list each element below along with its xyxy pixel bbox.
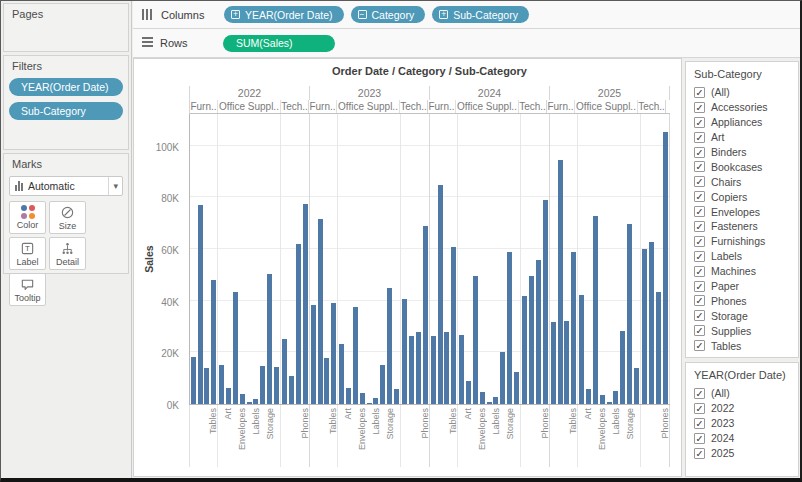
bar-paper-2024[interactable] [500,352,505,404]
bar-bookcases-2022[interactable] [191,357,196,404]
checkbox-checked-icon[interactable]: ✓ [694,87,705,98]
bar-appliances-2025[interactable] [579,295,584,404]
bar-furnishings-2022[interactable] [204,368,209,404]
bar-bookcases-2023[interactable] [311,305,316,404]
subcategory-filter-item-binders[interactable]: ✓Binders [686,145,798,160]
bar-copiers-2022[interactable] [289,376,294,404]
category-header-technology[interactable]: Tech.. [638,100,666,113]
bar-supplies-2022[interactable] [274,367,279,404]
bar-copiers-2023[interactable] [409,336,414,404]
category-header-furniture[interactable]: Furn.. [309,100,337,113]
bar-machines-2022[interactable] [296,244,301,404]
bar-paper-2023[interactable] [380,365,385,405]
bar-chairs-2023[interactable] [318,219,323,404]
year-filter-item-all[interactable]: ✓(All) [686,386,798,401]
expand-icon[interactable]: + [439,10,448,19]
bar-binders-2024[interactable] [473,276,478,404]
rows-shelf[interactable]: Rows SUM(Sales) [133,29,800,58]
year-header-2022[interactable]: 2022 [190,86,310,100]
label-button[interactable]: TLabel [9,237,46,270]
subcategory-filter-item-appliances[interactable]: ✓Appliances [686,115,798,130]
checkbox-checked-icon[interactable]: ✓ [694,266,705,277]
year-header-2024[interactable]: 2024 [430,86,550,100]
subcategory-filter-item-storage[interactable]: ✓Storage [686,308,798,323]
bar-supplies-2023[interactable] [394,389,399,404]
bar-appliances-2022[interactable] [219,365,224,405]
bar-envelopes-2024[interactable] [480,392,485,404]
category-header-office-supplies[interactable]: Office Suppl.. [218,100,281,113]
category-header-technology[interactable]: Tech.. [281,100,309,113]
bar-art-2022[interactable] [226,388,231,404]
subcategory-filter-item-all[interactable]: ✓(All) [686,85,798,100]
bar-appliances-2023[interactable] [339,344,344,404]
bar-bookcases-2025[interactable] [551,322,556,404]
checkbox-checked-icon[interactable]: ✓ [694,161,705,172]
subcategory-filter-item-envelopes[interactable]: ✓Envelopes [686,204,798,219]
category-header-technology[interactable]: Tech.. [519,100,547,113]
bar-storage-2024[interactable] [507,252,512,404]
bar-phones-2024[interactable] [543,200,548,404]
checkbox-checked-icon[interactable]: ✓ [694,206,705,217]
chevron-down-icon[interactable]: ▾ [108,177,122,195]
subcategory-filter-item-bookcases[interactable]: ✓Bookcases [686,159,798,174]
bar-binders-2025[interactable] [593,216,598,404]
color-button[interactable]: Color [9,201,46,234]
bar-furnishings-2024[interactable] [444,332,449,404]
checkbox-checked-icon[interactable]: ✓ [694,433,705,444]
subcategory-filter-item-chairs[interactable]: ✓Chairs [686,174,798,189]
checkbox-checked-icon[interactable]: ✓ [694,221,705,232]
bar-furnishings-2025[interactable] [564,321,569,404]
bar-machines-2023[interactable] [416,332,421,404]
bar-bookcases-2024[interactable] [431,336,436,404]
bar-art-2023[interactable] [346,388,351,404]
filter-pill-sub-category[interactable]: Sub-Category [9,102,123,120]
bar-labels-2025[interactable] [613,391,618,404]
bar-machines-2024[interactable] [536,260,541,404]
year-filter-item-2023[interactable]: ✓2023 [686,416,798,431]
checkbox-checked-icon[interactable]: ✓ [694,132,705,143]
checkbox-checked-icon[interactable]: ✓ [694,251,705,262]
category-header-office-supplies[interactable]: Office Suppl.. [575,100,638,113]
year-header-2023[interactable]: 2023 [310,86,430,100]
bar-accessories-2024[interactable] [522,296,527,404]
bar-furnishings-2023[interactable] [324,358,329,404]
subcategory-filter-item-labels[interactable]: ✓Labels [686,249,798,264]
checkbox-checked-icon[interactable]: ✓ [694,176,705,187]
collapse-icon[interactable]: − [358,10,367,19]
columns-shelf[interactable]: Columns +YEAR(Order Date)−Category+Sub-C… [133,1,800,29]
checkbox-checked-icon[interactable]: ✓ [694,281,705,292]
year-filter-item-2024[interactable]: ✓2024 [686,431,798,446]
bar-fasteners-2023[interactable] [367,403,372,404]
bar-paper-2022[interactable] [260,366,265,404]
category-header-office-supplies[interactable]: Office Suppl.. [456,100,519,113]
bar-phones-2022[interactable] [303,204,308,404]
checkbox-checked-icon[interactable]: ✓ [694,340,705,351]
checkbox-checked-icon[interactable]: ✓ [694,325,705,336]
year-filter-item-2022[interactable]: ✓2022 [686,401,798,416]
category-header-furniture[interactable]: Furn.. [547,100,575,113]
filter-pill-year-order-date[interactable]: YEAR(Order Date) [9,78,123,96]
bar-tables-2025[interactable] [571,252,576,404]
pill-year-order-date[interactable]: +YEAR(Order Date) [224,6,344,23]
detail-button[interactable]: Detail [49,237,86,270]
checkbox-checked-icon[interactable]: ✓ [694,448,705,459]
bar-labels-2023[interactable] [373,398,378,405]
pill-sub-category[interactable]: +Sub-Category [432,6,529,23]
pill-category[interactable]: −Category [351,6,426,23]
bar-supplies-2024[interactable] [514,372,519,405]
mark-type-dropdown[interactable]: Automatic ▾ [9,176,123,196]
bar-art-2025[interactable] [586,389,591,405]
bar-fasteners-2024[interactable] [487,402,492,404]
bar-paper-2025[interactable] [620,331,625,404]
subcategory-filter-item-paper[interactable]: ✓Paper [686,279,798,294]
subcategory-filter-item-fasteners[interactable]: ✓Fasteners [686,219,798,234]
bar-binders-2022[interactable] [233,292,238,404]
subcategory-filter-item-machines[interactable]: ✓Machines [686,264,798,279]
bar-chairs-2025[interactable] [558,160,563,404]
checkbox-checked-icon[interactable]: ✓ [694,102,705,113]
year-filter-item-2025[interactable]: ✓2025 [686,446,798,461]
bar-phones-2025[interactable] [663,132,668,404]
bar-accessories-2022[interactable] [282,339,287,404]
bar-tables-2023[interactable] [331,303,336,405]
checkbox-checked-icon[interactable]: ✓ [694,310,705,321]
